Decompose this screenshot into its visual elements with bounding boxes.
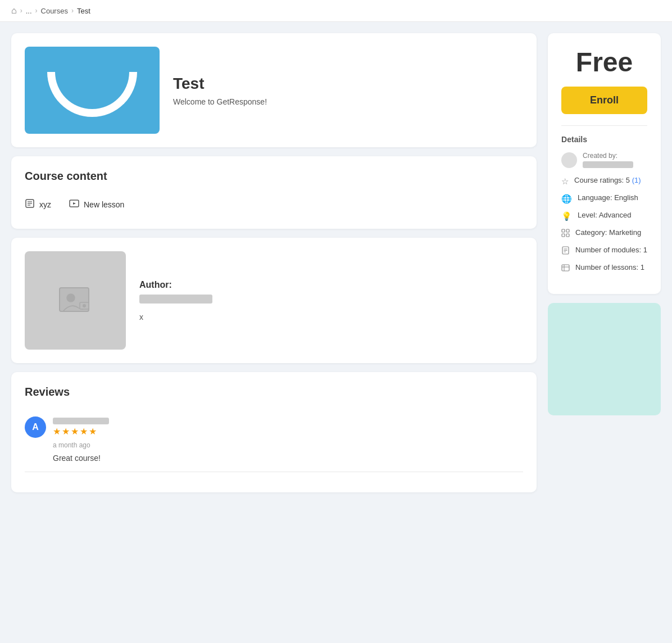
- rating-count[interactable]: (1): [632, 176, 641, 184]
- star-5: ★: [89, 426, 97, 437]
- category-icon: [561, 229, 570, 239]
- level-label: Level:: [578, 211, 597, 219]
- author-name: [139, 295, 212, 304]
- reviewer-avatar-letter: A: [32, 422, 39, 432]
- author-card: Author: x: [11, 238, 537, 363]
- created-by-label: Created by:: [583, 152, 633, 160]
- review-divider: [25, 472, 523, 472]
- breadcrumb-sep-1: ›: [20, 7, 22, 15]
- breadcrumb-home[interactable]: ...: [26, 7, 32, 15]
- lessons-label: Number of lessons:: [575, 263, 638, 271]
- star-2: ★: [62, 426, 70, 437]
- svg-rect-18: [562, 265, 569, 271]
- reviewer-meta: ★ ★ ★ ★ ★: [53, 418, 109, 437]
- lessons-text: Number of lessons: 1: [575, 263, 644, 271]
- module-name: xyz: [39, 200, 51, 209]
- svg-rect-10: [562, 229, 565, 232]
- main-layout: Test Welcome to GetResponse! Course cont…: [0, 22, 672, 504]
- category-label: Category:: [575, 228, 607, 237]
- breadcrumb-sep-2: ›: [35, 7, 38, 15]
- reviewer-avatar: A: [25, 416, 46, 438]
- lessons-value: 1: [641, 263, 644, 271]
- left-column: Test Welcome to GetResponse! Course cont…: [11, 33, 537, 492]
- lesson-icon: [69, 198, 79, 211]
- lessons-icon: [561, 264, 570, 274]
- level-text: Level: Advanced: [578, 211, 631, 219]
- language-row: 🌐 Language: English: [561, 193, 647, 204]
- reviews-title: Reviews: [25, 386, 523, 399]
- author-label: Author:: [139, 280, 523, 290]
- sidebar-card: Free Enroll Details Created by: ☆ Course…: [548, 33, 661, 294]
- lesson-item: New lesson: [69, 198, 124, 211]
- svg-point-7: [67, 294, 75, 302]
- lesson-name: New lesson: [84, 200, 124, 209]
- course-header-card: Test Welcome to GetResponse!: [11, 33, 537, 147]
- rating-value: 5: [626, 176, 630, 184]
- rating-row: ☆ Course ratings: 5 (1): [561, 176, 647, 187]
- modules-icon: [561, 246, 570, 256]
- modules-row: Number of modules: 1: [561, 246, 647, 256]
- lessons-row: Number of lessons: 1: [561, 263, 647, 274]
- course-content-card: Course content xyz: [11, 156, 537, 229]
- right-wrapper: Free Enroll Details Created by: ☆ Course…: [548, 33, 661, 415]
- level-row: 💡 Level: Advanced: [561, 211, 647, 221]
- star-4: ★: [80, 426, 88, 437]
- language-text: Language: English: [578, 193, 638, 202]
- star-3: ★: [71, 426, 79, 437]
- svg-rect-11: [566, 229, 569, 232]
- category-row: Category: Marketing: [561, 228, 647, 239]
- review-text: Great course!: [53, 454, 523, 463]
- module-icon: [25, 198, 35, 211]
- review-stars: ★ ★ ★ ★ ★: [53, 426, 109, 437]
- rating-text: Course ratings: 5 (1): [574, 176, 641, 184]
- review-time: a month ago: [53, 441, 523, 449]
- details-divider: [561, 125, 647, 126]
- modules-label: Number of modules:: [575, 246, 641, 254]
- created-by-row: Created by:: [561, 152, 647, 168]
- top-bar: ⌂ › ... › Courses › Test: [0, 0, 672, 22]
- language-label: Language:: [578, 193, 612, 202]
- bulb-icon: 💡: [561, 211, 572, 221]
- level-value: Advanced: [599, 211, 632, 219]
- svg-rect-13: [566, 234, 569, 237]
- course-title: Test: [173, 75, 523, 93]
- course-content-title: Course content: [25, 170, 523, 183]
- svg-rect-12: [562, 234, 565, 237]
- course-thumb-smile-icon: [47, 72, 137, 117]
- accent-bg-block: [548, 303, 661, 415]
- star-icon: ☆: [561, 176, 569, 187]
- breadcrumb-current: Test: [77, 7, 90, 15]
- reviewer-name: [53, 418, 109, 424]
- svg-point-9: [83, 304, 86, 307]
- language-value: English: [614, 193, 638, 202]
- breadcrumb-sep-3: ›: [71, 7, 74, 15]
- module-item: xyz: [25, 198, 51, 211]
- author-info: Author: x: [139, 280, 523, 322]
- lesson-row: xyz New lesson: [25, 194, 523, 215]
- rating-label: Course ratings:: [574, 176, 624, 184]
- category-text: Category: Marketing: [575, 228, 641, 237]
- enroll-button[interactable]: Enroll: [561, 87, 647, 114]
- price-label: Free: [561, 47, 647, 78]
- creator-name: [583, 161, 633, 168]
- svg-marker-5: [73, 202, 76, 205]
- author-image: [25, 251, 126, 350]
- course-description: Welcome to GetResponse!: [173, 97, 523, 106]
- author-image-inner: [58, 287, 92, 315]
- review-item: A ★ ★ ★ ★ ★ a month ago Great cou: [25, 410, 523, 479]
- creator-avatar: [561, 152, 577, 168]
- review-header: A ★ ★ ★ ★ ★: [25, 416, 523, 438]
- author-bio: x: [139, 313, 523, 322]
- star-1: ★: [53, 426, 61, 437]
- home-icon[interactable]: ⌂: [11, 6, 17, 16]
- globe-icon: 🌐: [561, 194, 572, 204]
- course-info: Test Welcome to GetResponse!: [173, 75, 523, 106]
- details-label: Details: [561, 135, 647, 144]
- course-thumbnail: [25, 47, 160, 134]
- category-value: Marketing: [609, 228, 641, 237]
- reviews-card: Reviews A ★ ★ ★ ★ ★: [11, 372, 537, 492]
- modules-value: 1: [643, 246, 647, 254]
- modules-text: Number of modules: 1: [575, 246, 647, 254]
- breadcrumb-courses[interactable]: Courses: [41, 7, 68, 15]
